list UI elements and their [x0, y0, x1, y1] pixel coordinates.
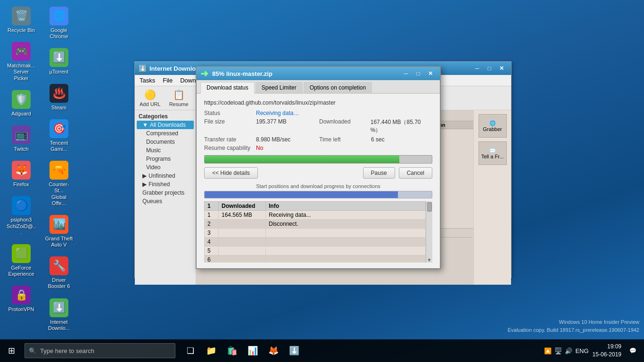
- idm-sidebar-documents[interactable]: Documents: [137, 138, 194, 146]
- desktop-icon-utorrent[interactable]: ⬇️ µTorrent: [42, 46, 75, 77]
- dialog-body: https://codeload.github.com/torvalds/lin…: [197, 94, 440, 268]
- desktop-icon-csgo[interactable]: 🔫 Counter-St...Global Offe...: [42, 159, 75, 208]
- desktop-icon-psiphon3[interactable]: 🔵 psiphon3SchiZoiD@...: [5, 194, 38, 238]
- idm-add-url-btn[interactable]: 🟡 Add URL: [137, 88, 164, 108]
- table-scrollbar[interactable]: ▼: [426, 201, 432, 263]
- taskbar: ⊞ 🔍 Type here to search ❏ 📁 🛍️ 📊 🦊 ⬇️ 🔼: [0, 339, 644, 362]
- idm-sidebar-music[interactable]: Music: [137, 146, 194, 155]
- desktop-icon-idm[interactable]: ⬇️ InternetDownlo...: [42, 296, 75, 333]
- connection-row-3: 3: [205, 229, 432, 238]
- desktop-icon-protonvpn[interactable]: 🔒 ProtonVPN: [5, 284, 38, 314]
- desktop-icon-gta5[interactable]: 🏙️ Grand TheftAuto V: [42, 213, 75, 250]
- dialog-titlebar[interactable]: ➜ 85% linux-master.zip ─ □ ✕: [197, 67, 440, 80]
- idm-menu-file[interactable]: File: [159, 76, 176, 85]
- downloaded-value: 167.440 MB（85.70 %）: [371, 118, 432, 134]
- taskbar-search[interactable]: 🔍 Type here to search: [25, 343, 175, 358]
- clock-date: 15-06-2019: [593, 351, 621, 359]
- idm-menu-tasks[interactable]: Tasks: [136, 76, 159, 85]
- hide-details-btn[interactable]: << Hide details: [204, 167, 258, 179]
- idm-sidebar-programs[interactable]: Programs: [137, 155, 194, 163]
- connections-bar-fill: [205, 191, 398, 198]
- resume-label: Resume: [169, 101, 189, 107]
- clock-time: 19:09: [593, 343, 621, 351]
- conn1-n: 1: [205, 211, 219, 220]
- idm-maximize-btn[interactable]: □: [484, 64, 495, 73]
- dialog-buttons: << Hide details Pause Cancel: [204, 167, 432, 179]
- idm-sidebar-compressed[interactable]: Compressed: [137, 129, 194, 138]
- desktop-icon-recycle-bin[interactable]: 🗑️ Recycle Bin: [5, 5, 38, 35]
- desktop-icon-geforce[interactable]: 🟩 GeForceExperience: [5, 242, 38, 279]
- idm-sidebar-finished[interactable]: ▶ Finished: [137, 180, 194, 189]
- desktop-icon-driver-booster[interactable]: 🔧 DriverBooster 6: [42, 255, 75, 291]
- taskbar-tray: 🔼 🖥️ 🔊 ENG: [544, 347, 588, 354]
- expand-icon-unfinished: ▶: [142, 173, 147, 179]
- dialog-url: https://codeload.github.com/torvalds/lin…: [204, 99, 432, 106]
- tray-expand-icon[interactable]: 🔼: [544, 347, 552, 354]
- idm-win-controls: ─ □ ✕: [471, 64, 507, 73]
- idm-minimize-btn[interactable]: ─: [471, 64, 483, 73]
- task-view-btn[interactable]: ❏: [181, 341, 200, 360]
- task-view-icon: ❏: [187, 346, 194, 356]
- transfer-rate-row: Transfer rate 8.980 MB/sec: [204, 136, 317, 143]
- tray-network-icon[interactable]: 🖥️: [554, 347, 562, 354]
- dialog-win-controls: ─ □ ✕: [400, 69, 436, 78]
- idm-sidebar-video[interactable]: Video: [137, 163, 194, 172]
- tell-icon: ✉️: [489, 148, 496, 154]
- notification-icon: 💬: [629, 347, 636, 354]
- idm-sidebar-unfinished[interactable]: ▶ Unfinished: [137, 172, 194, 180]
- tray-volume-icon[interactable]: 🔊: [565, 347, 572, 354]
- downloaded-label: Downloaded: [319, 118, 371, 134]
- store-taskbar-btn[interactable]: 🛍️: [223, 341, 241, 360]
- col-downloaded: Downloaded: [219, 202, 266, 211]
- idm-resume-btn[interactable]: 📋 Resume: [166, 88, 191, 108]
- desktop-icon-twitch[interactable]: 📺 Twitch: [5, 123, 38, 154]
- cancel-btn[interactable]: Cancel: [399, 167, 432, 179]
- idm-sidebar-grabber[interactable]: Grabber projects: [137, 189, 194, 197]
- firefox-taskbar-btn[interactable]: 🦊: [264, 341, 283, 360]
- idm-sidebar: Categories ▼ All Downloads Compressed Do…: [135, 110, 196, 285]
- desktop-icon-adguard[interactable]: 🛡️ Adguard: [5, 88, 38, 119]
- add-url-label: Add URL: [140, 101, 161, 107]
- desktop-icon-tencent[interactable]: 🎯 TencentGami...: [42, 117, 75, 154]
- toolbar-taskbar-btn[interactable]: 📊: [243, 341, 262, 360]
- dialog-minimize-btn[interactable]: ─: [400, 69, 412, 78]
- conn5-n: 5: [205, 247, 219, 255]
- tell-friend-btn[interactable]: ✉️ Tell a Fr...: [479, 141, 507, 165]
- pause-btn[interactable]: Pause: [363, 167, 395, 179]
- transfer-rate-value: 8.980 MB/sec: [256, 136, 290, 143]
- idm-sidebar-all-downloads[interactable]: ▼ All Downloads: [137, 121, 194, 129]
- resume-icon: 📋: [173, 89, 185, 100]
- toolbar-icon: 📊: [248, 346, 258, 356]
- connections-table: 1 Downloaded Info 1 164.565 MB Receiving…: [204, 201, 432, 263]
- start-button[interactable]: ⊞: [0, 339, 23, 362]
- idm-taskbar-icon: ⬇️: [289, 346, 299, 356]
- tray-lang[interactable]: ENG: [575, 347, 588, 354]
- idm-taskbar-btn[interactable]: ⬇️: [285, 341, 304, 360]
- watermark-line1: Windows 10 Home Insider Preview: [508, 318, 639, 326]
- notification-center-btn[interactable]: 💬: [625, 343, 640, 358]
- connection-row-6: 6: [205, 255, 432, 263]
- connections-table-wrapper: 1 Downloaded Info 1 164.565 MB Receiving…: [204, 201, 432, 263]
- file-explorer-taskbar-btn[interactable]: 📁: [202, 341, 221, 360]
- time-left-value: 6 sec: [371, 136, 385, 143]
- scrollbar-thumb[interactable]: [427, 202, 432, 212]
- dialog-tab-options-completion[interactable]: Options on completion: [304, 82, 372, 93]
- idm-title-icon: ⬇️: [139, 65, 147, 72]
- idm-right-panel: 🌐 Grabber ✉️ Tell a Fr...: [473, 110, 511, 285]
- desktop-icon-firefox[interactable]: 🦊 Firefox: [5, 159, 38, 189]
- windows-watermark: Windows 10 Home Insider Preview Evaluati…: [508, 318, 639, 334]
- taskbar-clock[interactable]: 19:09 15-06-2019: [593, 343, 621, 359]
- grabber-btn[interactable]: 🌐 Grabber: [479, 114, 507, 138]
- dialog-maximize-btn[interactable]: □: [413, 69, 424, 78]
- desktop-icon-matchmaking[interactable]: 🎮 Matchmak...Server Picker: [5, 40, 38, 83]
- desktop-icon-steam[interactable]: ♨️ Steam: [42, 82, 75, 113]
- dialog-tab-speed-limiter[interactable]: Speed Limiter: [256, 82, 303, 93]
- idm-sidebar-queues[interactable]: Queues: [137, 197, 194, 206]
- downloaded-row: Downloaded 167.440 MB（85.70 %）: [319, 118, 432, 134]
- search-placeholder: Type here to search: [40, 347, 94, 354]
- dialog-tab-download-status[interactable]: Download status: [200, 82, 255, 94]
- scroll-down-arrow[interactable]: ▼: [427, 257, 432, 263]
- dialog-close-btn[interactable]: ✕: [425, 69, 436, 78]
- idm-close-btn[interactable]: ✕: [496, 64, 507, 73]
- desktop-icon-chrome[interactable]: 🌐 GoogleChrome: [42, 5, 75, 41]
